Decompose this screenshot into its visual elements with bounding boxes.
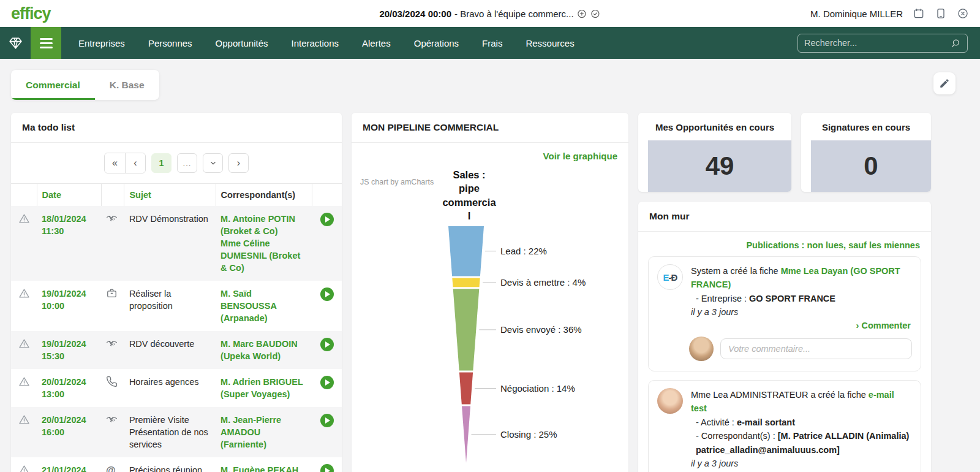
todo-correspondents[interactable]: M. Adrien BRIGUEL (Super Voyages) — [216, 369, 312, 407]
nav-item-personnes[interactable]: Personnes — [148, 38, 192, 48]
svg-text:Lead : 22%: Lead : 22% — [500, 246, 547, 256]
kpi-signatures-card[interactable]: Signatures en cours 0 — [801, 113, 931, 192]
dashboard: Commercial K. Base Ma todo list « ‹ 1 ..… — [0, 59, 980, 472]
search-box[interactable] — [797, 34, 968, 53]
prev-page-button[interactable]: ‹ — [125, 153, 145, 173]
kpi-opportunities-card[interactable]: Mes Opportunités en cours 49 — [638, 113, 791, 192]
mobile-device-icon[interactable] — [935, 7, 947, 20]
icon-column-header[interactable] — [101, 184, 124, 207]
amcharts-watermark[interactable]: JS chart by amCharts — [360, 178, 434, 186]
todo-date[interactable]: 19/01/202415:30 — [37, 331, 101, 369]
table-row[interactable]: 20/01/202413:00 Horaires agences M. Adri… — [11, 369, 342, 407]
todo-pagination: « ‹ 1 ... › — [11, 143, 342, 183]
comment-link[interactable]: › Commenter — [658, 321, 911, 330]
search-input[interactable] — [804, 38, 951, 48]
tab-commercial[interactable]: Commercial — [11, 70, 95, 100]
tab-k-base[interactable]: K. Base — [95, 70, 159, 100]
svg-text:Devis à emettre : 4%: Devis à emettre : 4% — [500, 277, 586, 287]
correspondents-column-header[interactable]: Correspondant(s) — [216, 184, 312, 207]
todo-panel: Ma todo list « ‹ 1 ... › Date Sujet — [11, 113, 342, 472]
calendar-icon[interactable] — [913, 7, 925, 20]
nav-item-opportunites[interactable]: Opportunités — [216, 38, 268, 48]
nav-item-operations[interactable]: Opérations — [414, 38, 459, 48]
nav-item-interactions[interactable]: Interactions — [291, 38, 339, 48]
notification-text: - Bravo à l'équipe commerc... — [454, 9, 574, 19]
subject-column-header[interactable]: Sujet — [124, 184, 216, 207]
main-nav: EntreprisesPersonnesOpportunitésInteract… — [0, 27, 980, 59]
todo-subject[interactable]: RDV Démonstration — [124, 206, 216, 281]
pencil-icon — [939, 78, 950, 89]
current-page-button[interactable]: 1 — [151, 153, 172, 173]
todo-correspondents[interactable]: M. Marc BAUDOIN (Upeka World) — [216, 331, 312, 369]
todo-correspondents[interactable]: M. Jean-Pierre AMADOU (Farniente) — [216, 407, 312, 457]
plus-circle-icon[interactable] — [577, 9, 587, 19]
open-item-button[interactable] — [320, 338, 334, 351]
handshake-icon — [106, 213, 118, 224]
table-row[interactable]: 18/01/202411:30 RDV Démonstration M. Ant… — [11, 206, 342, 281]
nav-item-ressources[interactable]: Ressources — [526, 38, 574, 48]
warning-icon — [18, 338, 30, 349]
kpi-value: 0 — [811, 140, 931, 192]
first-page-button[interactable]: « — [105, 153, 125, 173]
kpi-value: 49 — [648, 140, 791, 192]
todo-correspondents[interactable]: M. Saïd BENSOUSSA (Arpanade) — [216, 281, 312, 331]
wall-panel: Mon mur Publications : non lues, sauf le… — [638, 202, 931, 472]
todo-date[interactable]: 21/01/2024 — [37, 457, 101, 472]
page-select-button[interactable] — [203, 153, 223, 173]
check-circle-icon[interactable] — [590, 9, 601, 19]
funnel-svg-container: Lead : 22%Devis à emettre : 4%Devis envo… — [352, 223, 628, 470]
view-chart-link[interactable]: Voir le graphique — [543, 151, 617, 161]
post-comment-section: › Commenter — [657, 321, 912, 364]
todo-subject[interactable]: Première Visite Présentation de nos serv… — [124, 407, 216, 457]
todo-subject[interactable]: Précisions réunion — [124, 457, 216, 472]
handshake-icon — [106, 338, 118, 349]
next-page-button[interactable]: › — [228, 153, 249, 173]
search-icon[interactable] — [951, 38, 961, 48]
phone-icon — [106, 376, 118, 387]
funnel-title: Sales :pipecommercial — [441, 168, 497, 223]
kpi-title: Mes Opportunités en cours — [638, 113, 791, 140]
tabs-card: Commercial K. Base — [11, 70, 159, 100]
open-item-button[interactable] — [320, 376, 334, 389]
post-text: Mme Lea ADMINISTRATEUR a créé la fiche — [691, 390, 869, 400]
todo-date[interactable]: 20/01/202416:00 — [37, 407, 101, 457]
table-row[interactable]: 19/01/202415:30 RDV découverte M. Marc B… — [11, 331, 342, 369]
todo-date[interactable]: 20/01/202413:00 — [37, 369, 101, 407]
table-row[interactable]: 21/01/2024 @ Précisions réunion M. Eugèn… — [11, 457, 342, 472]
logout-icon[interactable] — [957, 7, 969, 20]
more-pages-button[interactable]: ... — [177, 153, 197, 173]
notification-banner[interactable]: 20/03/2024 00:00 - Bravo à l'équipe comm… — [379, 9, 600, 19]
open-item-button[interactable] — [320, 414, 334, 427]
nav-item-alertes[interactable]: Alertes — [362, 38, 391, 48]
post-details: - Entreprise : GO SPORT FRANCE — [691, 292, 912, 305]
briefcase-icon — [106, 287, 118, 299]
open-item-button[interactable] — [320, 213, 334, 226]
nav-menu: EntreprisesPersonnesOpportunitésInteract… — [78, 38, 575, 48]
open-item-button[interactable] — [320, 464, 334, 472]
todo-subject[interactable]: RDV découverte — [124, 331, 216, 369]
comment-input[interactable] — [720, 338, 912, 359]
open-item-button[interactable] — [320, 287, 334, 301]
date-column-header[interactable]: Date — [37, 184, 101, 207]
todo-correspondents[interactable]: M. Eugène PEKAH — [216, 457, 312, 472]
post-details: - Activité : e-mail sortant- Corresponda… — [691, 416, 912, 457]
todo-subject[interactable]: Horaires agences — [124, 369, 216, 407]
user-name[interactable]: M. Dominique MILLER — [810, 9, 903, 19]
wall-title: Mon mur — [638, 202, 931, 232]
table-row[interactable]: 20/01/202416:00 Première Visite Présenta… — [11, 407, 342, 457]
nav-item-entreprises[interactable]: Entreprises — [78, 38, 125, 48]
todo-correspondents[interactable]: M. Antoine POTIN (Broket & Co)Mme Céline… — [216, 206, 312, 281]
publications-filter-link[interactable]: Publications : non lues, sauf les mienne… — [648, 237, 921, 256]
funnel-chart: JS chart by amCharts Sales :pipecommerci… — [352, 168, 628, 470]
actions-column-header — [312, 184, 342, 207]
warning-column-header[interactable] — [11, 184, 37, 207]
edit-dashboard-button[interactable] — [933, 72, 956, 94]
table-row[interactable]: 19/01/202410:00 Réaliser la proposition … — [11, 281, 342, 331]
todo-date[interactable]: 18/01/202411:30 — [37, 206, 101, 281]
todo-date[interactable]: 19/01/202410:00 — [37, 281, 101, 331]
gem-icon[interactable] — [0, 27, 31, 59]
hamburger-menu-button[interactable] — [31, 27, 61, 59]
nav-item-frais[interactable]: Frais — [482, 38, 502, 48]
svg-text:Closing : 25%: Closing : 25% — [500, 429, 557, 440]
todo-subject[interactable]: Réaliser la proposition — [124, 281, 216, 331]
